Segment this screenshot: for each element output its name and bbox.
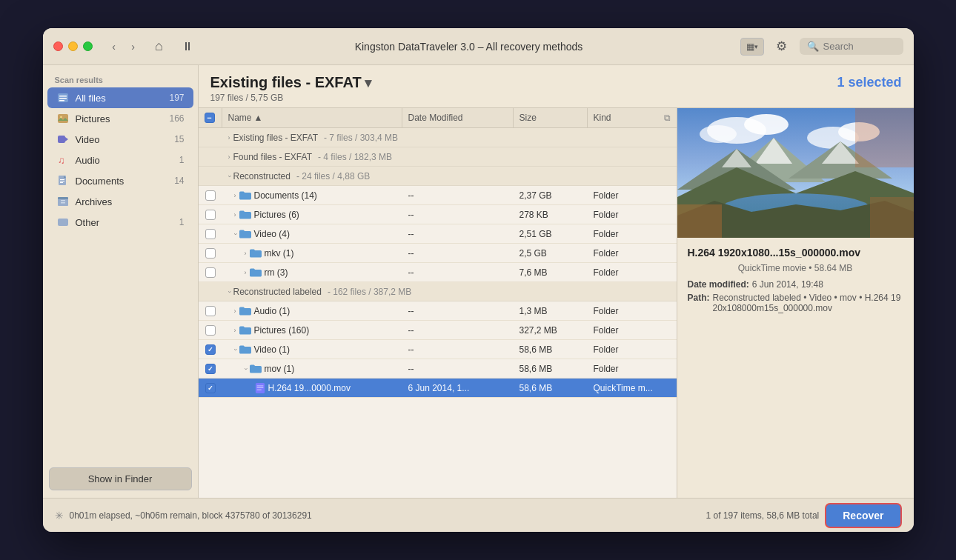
file-name-cell: › Video (1) bbox=[222, 341, 402, 358]
close-button[interactable] bbox=[53, 41, 63, 51]
svg-rect-16 bbox=[61, 200, 65, 201]
view-options-button[interactable]: ▦ ▾ bbox=[740, 38, 764, 56]
size-column-header[interactable]: Size bbox=[514, 108, 588, 127]
preview-filename: H.264 1920x1080...15s_000000.mov bbox=[688, 247, 903, 259]
table-row[interactable]: › Video (1) -- 58,6 MB Folder bbox=[199, 340, 677, 359]
pictures-label: Pictures bbox=[76, 113, 164, 124]
row-checkbox[interactable] bbox=[205, 344, 216, 355]
preview-meta: QuickTime movie • 58.64 MB bbox=[688, 263, 903, 273]
documents-count: 14 bbox=[174, 176, 184, 186]
table-row[interactable]: › Pictures (160) -- 327,2 MB Folder bbox=[199, 321, 677, 340]
preview-panel: H.264 1920x1080...15s_000000.mov QuickTi… bbox=[677, 108, 914, 498]
home-button[interactable]: ⌂ bbox=[149, 36, 170, 57]
table-row[interactable]: › Audio (1) -- 1,3 MB Folder bbox=[199, 301, 677, 321]
section-reconstructed[interactable]: › Reconstructed - 24 files / 4,88 GB bbox=[199, 167, 677, 186]
preview-image-area bbox=[677, 108, 914, 238]
select-all-checkbox[interactable] bbox=[205, 113, 215, 123]
sidebar-item-video[interactable]: Video 15 bbox=[47, 129, 193, 150]
sidebar-item-pictures[interactable]: Pictures 166 bbox=[47, 108, 193, 129]
sidebar-item-all-files[interactable]: All files 197 bbox=[47, 87, 193, 108]
section-found-exfat[interactable]: › Found files - EXFAT - 4 files / 182,3 … bbox=[199, 147, 677, 167]
svg-rect-12 bbox=[60, 181, 64, 181]
sidebar-item-archives[interactable]: Archives bbox=[47, 191, 193, 212]
svg-rect-21 bbox=[256, 387, 263, 388]
documents-label: Documents bbox=[76, 176, 169, 187]
svg-rect-1 bbox=[59, 96, 67, 97]
chevron-right-icon[interactable]: › bbox=[228, 134, 230, 141]
search-input[interactable] bbox=[823, 41, 897, 52]
archives-icon bbox=[56, 195, 70, 208]
kind-column-header[interactable]: Kind ⧉ bbox=[588, 108, 677, 127]
main-content: Scan results All files 197 Pictures 166 bbox=[43, 65, 914, 498]
section-existing-exfat[interactable]: › Existing files - EXFAT - 7 files / 303… bbox=[199, 128, 677, 147]
show-in-finder-button[interactable]: Show in Finder bbox=[49, 467, 192, 490]
file-name-cell: › Video (4) bbox=[222, 226, 402, 242]
row-checkbox[interactable] bbox=[205, 325, 216, 336]
row-checkbox[interactable] bbox=[205, 210, 216, 220]
file-name-cell: › Pictures (160) bbox=[222, 322, 402, 339]
table-row[interactable]: › Documents (14) -- 2,37 GB Folder bbox=[199, 186, 677, 205]
chevron-down-icon[interactable]: › bbox=[225, 175, 233, 177]
search-box[interactable]: 🔍 bbox=[800, 38, 903, 55]
copy-icon[interactable]: ⧉ bbox=[664, 113, 671, 123]
chevron-down-icon[interactable]: › bbox=[231, 348, 239, 350]
toolbar-right: ▦ ▾ ⚙ 🔍 bbox=[740, 36, 903, 57]
chevron-down-icon[interactable]: › bbox=[242, 367, 249, 370]
row-checkbox[interactable] bbox=[205, 267, 216, 278]
audio-icon: ♫ bbox=[56, 153, 70, 167]
chevron-right-icon[interactable]: › bbox=[234, 327, 236, 334]
settings-button[interactable]: ⚙ bbox=[771, 36, 792, 57]
svg-point-25 bbox=[744, 114, 789, 135]
minimize-button[interactable] bbox=[68, 41, 78, 51]
chevron-right-icon[interactable]: › bbox=[228, 153, 230, 161]
chevron-right-icon[interactable]: › bbox=[234, 192, 236, 199]
chevron-down-icon[interactable]: › bbox=[231, 233, 239, 235]
table-row[interactable]: › Video (4) -- 2,51 GB Folder bbox=[199, 224, 677, 244]
name-column-header[interactable]: Name ▲ bbox=[222, 108, 402, 127]
preview-image bbox=[677, 108, 914, 238]
row-checkbox[interactable] bbox=[205, 383, 216, 393]
chevron-down-icon: ▾ bbox=[754, 43, 758, 50]
row-checkbox[interactable] bbox=[205, 364, 216, 374]
video-label: Video bbox=[76, 134, 169, 145]
selected-file-row[interactable]: H.264 19...0000.mov 6 Jun 2014, 1... 58,… bbox=[199, 379, 677, 398]
video-count: 15 bbox=[174, 134, 184, 144]
date-column-header[interactable]: Date Modified bbox=[402, 108, 514, 127]
maximize-button[interactable] bbox=[83, 41, 93, 51]
pause-button[interactable]: ⏸ bbox=[177, 36, 198, 57]
chevron-right-icon[interactable]: › bbox=[245, 269, 247, 276]
file-name-cell: H.264 19...0000.mov bbox=[222, 380, 402, 396]
forward-button[interactable]: › bbox=[125, 39, 142, 55]
all-files-label: All files bbox=[76, 93, 164, 104]
recover-button[interactable]: Recover bbox=[825, 503, 901, 528]
row-checkbox[interactable] bbox=[205, 190, 216, 201]
row-checkbox[interactable] bbox=[205, 306, 216, 316]
sidebar-item-other[interactable]: Other 1 bbox=[47, 212, 193, 233]
sidebar-item-documents[interactable]: Documents 14 bbox=[47, 170, 193, 191]
pictures-count: 166 bbox=[169, 113, 184, 124]
status-text: 0h01m elapsed, ~0h06m remain, block 4375… bbox=[70, 510, 700, 521]
back-button[interactable]: ‹ bbox=[106, 39, 122, 55]
file-list-area[interactable]: Name ▲ Date Modified Size Kind ⧉ bbox=[199, 108, 677, 498]
table-row[interactable]: › rm (3) -- 7,6 MB Folder bbox=[199, 263, 677, 282]
file-count: 197 files / 5,75 GB bbox=[210, 93, 902, 103]
svg-rect-17 bbox=[61, 202, 65, 204]
preview-path-row: Path: Reconstructed labeled • Video • mo… bbox=[688, 293, 903, 313]
folder-chevron-icon[interactable]: ▾ bbox=[365, 75, 371, 91]
table-row[interactable]: › mov (1) -- 58,6 MB Folder bbox=[199, 359, 677, 379]
row-checkbox[interactable] bbox=[205, 229, 216, 239]
sidebar-item-audio[interactable]: ♫ Audio 1 bbox=[47, 150, 193, 170]
section-label: › Found files - EXFAT - 4 files / 182,3 … bbox=[222, 149, 677, 165]
chevron-down-icon[interactable]: › bbox=[225, 290, 233, 293]
table-row[interactable]: › Pictures (6) -- 278 KB Folder bbox=[199, 205, 677, 224]
chevron-right-icon[interactable]: › bbox=[234, 307, 236, 315]
section-reconstructed-labeled[interactable]: › Reconstructed labeled - 162 files / 38… bbox=[199, 282, 677, 301]
video-icon bbox=[56, 133, 70, 146]
svg-rect-18 bbox=[58, 219, 68, 226]
chevron-right-icon[interactable]: › bbox=[234, 211, 236, 219]
row-checkbox[interactable] bbox=[205, 248, 216, 259]
folder-title-text: Existing files - EXFAT bbox=[210, 74, 362, 91]
table-row[interactable]: › mkv (1) -- 2,5 GB Folder bbox=[199, 244, 677, 263]
svg-rect-11 bbox=[60, 179, 64, 180]
chevron-right-icon[interactable]: › bbox=[245, 250, 247, 257]
